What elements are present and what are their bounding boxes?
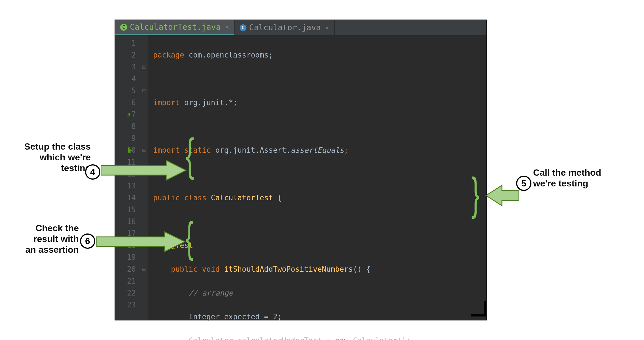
tab-label: Calculator.java: [249, 23, 321, 32]
annotation-6-step: 6: [80, 233, 95, 249]
editor-area[interactable]: 123456 7↺ 89 10 111213141516171819202122…: [115, 35, 486, 320]
fold-icon[interactable]: ⊟: [140, 144, 148, 156]
fold-gutter: ⊟ ⊟ ⊟ ⊟: [140, 35, 148, 320]
annotation-5-step: 5: [516, 176, 531, 191]
class-file-icon: C: [240, 24, 246, 31]
ide-editor: C CalculatorTest.java × C Calculator.jav…: [115, 20, 486, 320]
vcs-change-icon: ↺: [126, 109, 130, 120]
annotation-6-text: Check the result with an assertion: [16, 223, 79, 255]
annotation-4-text: Setup the class which we're testing: [17, 141, 91, 173]
fold-icon[interactable]: ⊟: [140, 61, 148, 73]
tab-bar: C CalculatorTest.java × C Calculator.jav…: [115, 20, 486, 35]
code-area[interactable]: package com.openclassrooms; import org.j…: [148, 35, 486, 320]
fold-icon[interactable]: ⊟: [140, 263, 148, 275]
annotation-5-text: Call the method we're testing: [533, 167, 630, 189]
annotation-4-step: 4: [85, 164, 100, 180]
tab-label: CalculatorTest.java: [130, 22, 221, 32]
resize-corner-icon: [471, 301, 487, 316]
svg-marker-1: [486, 185, 519, 206]
run-test-icon[interactable]: [128, 148, 132, 153]
tab-calculatortest[interactable]: C CalculatorTest.java ×: [115, 20, 235, 35]
close-icon[interactable]: ×: [225, 24, 229, 31]
test-file-icon: C: [120, 24, 127, 31]
close-icon[interactable]: ×: [325, 24, 329, 31]
arrow-5-icon: [485, 184, 519, 207]
line-number-gutter: 123456 7↺ 89 10 111213141516171819202122…: [115, 35, 140, 320]
fold-icon[interactable]: ⊟: [140, 85, 148, 97]
tab-calculator[interactable]: C Calculator.java ×: [235, 20, 335, 35]
